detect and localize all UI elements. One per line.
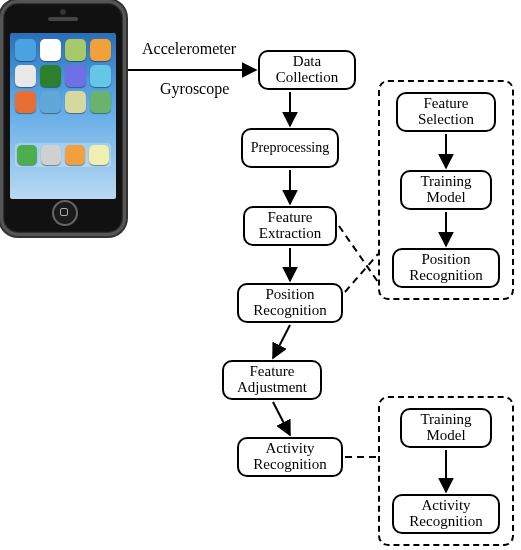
app-icon [15, 65, 36, 87]
app-icon [40, 91, 61, 113]
app-icon [90, 91, 111, 113]
box-feature-adjustment: Feature Adjustment [222, 360, 322, 400]
app-icon [40, 39, 61, 61]
box-feature-selection: Feature Selection [396, 92, 496, 132]
app-icon [90, 65, 111, 87]
svg-line-4 [273, 325, 290, 358]
box-activity-recognition: Activity Recognition [237, 437, 343, 477]
dock-app-icon [65, 145, 85, 165]
box-activity-recognition-module: Activity Recognition [392, 494, 500, 534]
app-icon [65, 91, 86, 113]
box-position-recognition-module: Position Recognition [392, 248, 500, 288]
svg-line-5 [273, 402, 290, 435]
app-icon [15, 39, 36, 61]
box-training-model-activity: Training Model [400, 408, 492, 448]
app-icon [90, 39, 111, 61]
app-icon [40, 65, 61, 87]
box-data-collection: Data Collection [258, 50, 356, 90]
box-feature-extraction: Feature Extraction [243, 206, 337, 246]
svg-line-10 [345, 254, 378, 292]
app-icon [15, 91, 36, 113]
gyroscope-label: Gyroscope [160, 80, 229, 98]
dock-app-icon [89, 145, 109, 165]
app-icon [65, 65, 86, 87]
smartphone-illustration [0, 0, 126, 236]
box-position-recognition: Position Recognition [237, 283, 343, 323]
box-training-model-position: Training Model [400, 170, 492, 210]
home-button-icon [52, 200, 78, 226]
accelerometer-label: Accelerometer [142, 40, 236, 58]
svg-line-9 [339, 226, 378, 282]
app-icon [65, 39, 86, 61]
box-preprocessing: Preprocessing [241, 128, 339, 168]
phone-dock [15, 143, 111, 167]
dock-app-icon [41, 145, 61, 165]
dock-app-icon [17, 145, 37, 165]
